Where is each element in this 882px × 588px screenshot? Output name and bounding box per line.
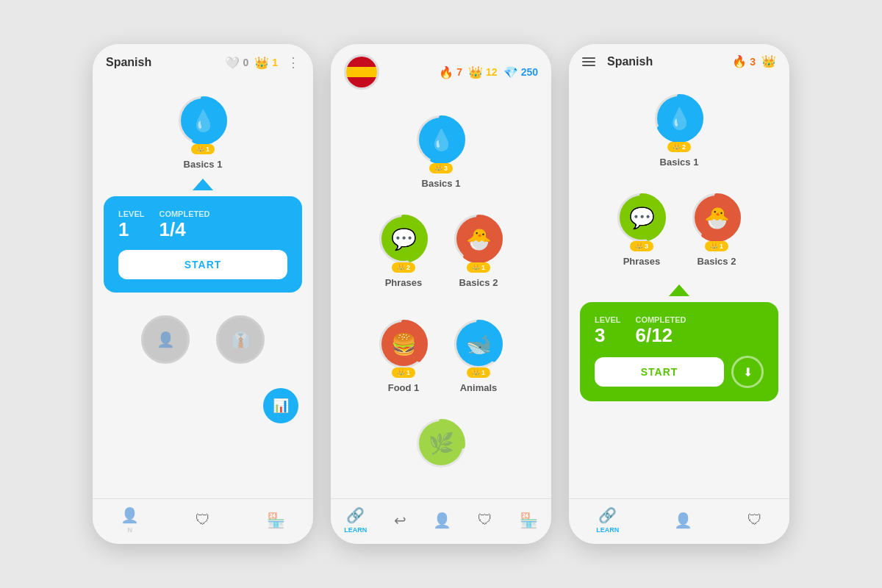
grey-icon-2: 👔 <box>232 331 250 348</box>
p3-basics2-icon: 🐣 <box>704 206 730 230</box>
p2-animals-label: Animals <box>460 382 498 393</box>
p2-food1-icon: 🍔 <box>391 332 417 356</box>
p3-node-basics2[interactable]: 🐣 👑1 Basics 2 <box>690 191 743 267</box>
node-basics1[interactable]: 💧 👑1 Basics 1 <box>176 94 229 170</box>
greyed-nodes-row: 👤 👔 <box>139 304 267 375</box>
nav-shield[interactable]: 🛡 <box>190 512 216 528</box>
basics1-icon: 💧 <box>190 109 216 133</box>
p3-level-value: 3 <box>595 324 620 347</box>
phone2-content: 💧 👑3 Basics 1 <box>331 97 551 498</box>
p2-node-basics2[interactable]: 🐣 👑1 Basics 2 <box>452 212 505 288</box>
phone-2: 🔥 7 👑 12 💎 250 <box>331 44 551 544</box>
p2-shop-icon: 🏪 <box>520 512 538 529</box>
p3-completed-value: 6/12 <box>635 324 686 347</box>
menu-dots[interactable]: ⋮ <box>287 54 300 71</box>
phone2-topbar: 🔥 7 👑 12 💎 250 <box>331 44 551 97</box>
phone1-content: 💧 👑1 Basics 1 Level 1 <box>93 78 313 498</box>
completed-label: Completed <box>159 209 209 218</box>
p3-learn-icon: 🔗 <box>598 506 617 524</box>
p2-nav-shield[interactable]: 🛡 <box>472 512 498 528</box>
popup-card-green: Level 3 Completed 6/12 START ⬇ <box>580 302 778 401</box>
p3-row1: 💬 👑3 Phrases <box>615 182 743 276</box>
p2-phrases-label: Phrases <box>385 277 423 288</box>
nav-shop[interactable]: 🏪 <box>261 512 291 529</box>
phone2-fire: 🔥 7 <box>439 65 462 79</box>
p2-nav-practice[interactable]: ↩ <box>388 512 412 529</box>
crown-icon: 👑 <box>254 56 269 70</box>
p2-nav-shop[interactable]: 🏪 <box>514 512 544 529</box>
level-label: Level <box>118 209 144 218</box>
nav-learn[interactable]: 👤 n <box>115 506 145 534</box>
p2-basics2-label: Basics 2 <box>459 277 498 288</box>
phone3-fire: 🔥 3 <box>732 54 756 68</box>
p2-learn-icon: 🔗 <box>346 506 365 524</box>
p2-shield-icon: 🛡 <box>478 512 492 528</box>
p3-node-basics1[interactable]: 💧 👑2 Basics 1 <box>653 92 706 168</box>
p2-node-phrases[interactable]: 💬 👑2 Phrases <box>377 212 430 288</box>
p3-nav-shield[interactable]: 🛡 <box>742 512 768 528</box>
p3-learn-label: Learn <box>596 526 619 534</box>
grey-icon-1: 👤 <box>157 331 175 348</box>
p2-basics1-icon: 💧 <box>429 128 454 152</box>
p2-nav-learn[interactable]: 🔗 LEARN <box>338 506 373 534</box>
p3-popup-arrow <box>669 284 689 296</box>
p2-nav-profile[interactable]: 👤 <box>427 512 457 529</box>
phone-1: Spanish 🤍 0 👑 1 ⋮ 💧 <box>93 44 313 544</box>
phone3-bottom-nav: 🔗 Learn 👤 🛡 <box>569 498 789 544</box>
bonus-node[interactable]: 📊 <box>263 388 298 423</box>
nav-learn-label: n <box>128 526 133 534</box>
p3-basics1-label: Basics 1 <box>660 157 699 168</box>
p2-phrases-icon: 💬 <box>391 227 417 251</box>
p2-food1-label: Food 1 <box>388 382 420 393</box>
hamburger-menu[interactable] <box>582 57 595 66</box>
p3-node-phrases[interactable]: 💬 👑3 Phrases <box>615 191 668 267</box>
basics1-label: Basics 1 <box>184 159 223 170</box>
p2-node-animals[interactable]: 🐋 👑1 Animals <box>452 318 505 393</box>
p3-start-button[interactable]: START <box>595 357 724 387</box>
p2-learn-label: LEARN <box>344 526 367 534</box>
phone2-gem: 💎 250 <box>503 65 538 79</box>
basics1-crown-badge: 👑1 <box>191 144 215 154</box>
p2-basics1-crown: 👑3 <box>429 163 453 173</box>
p3-download-button[interactable]: ⬇ <box>731 356 764 388</box>
p3-basics2-label: Basics 2 <box>698 256 736 267</box>
flag-spain-design <box>346 57 377 87</box>
p3-completed-label: Completed <box>635 315 686 324</box>
p3-nav-learn[interactable]: 🔗 Learn <box>590 506 625 534</box>
level-value: 1 <box>118 218 144 241</box>
p3-popup-completed: Completed 6/12 <box>635 315 686 347</box>
p2-basics2-crown: 👑1 <box>467 262 490 273</box>
p3-start-row: START ⬇ <box>595 356 764 388</box>
p2-partial-icon: 🌿 <box>429 431 454 456</box>
p2-row2: 🍔 👑1 Food 1 <box>377 309 505 402</box>
phone-3: Spanish 🔥 3 👑 💧 <box>569 44 789 544</box>
p2-node-food1[interactable]: 🍔 👑1 Food 1 <box>377 318 430 393</box>
heart-icon: 🤍 <box>225 56 240 70</box>
p2-row1: 💬 👑2 Phrases <box>377 204 505 297</box>
phone2-bottom-nav: 🔗 LEARN ↩ 👤 🛡 🏪 <box>331 498 551 544</box>
p3-phrases-crown: 👑3 <box>630 241 653 251</box>
p3-crown-icon: 👑 <box>761 54 776 68</box>
bonus-icon: 📊 <box>273 398 289 414</box>
download-icon: ⬇ <box>743 365 753 379</box>
popup-stats: Level 1 Completed 1/4 <box>118 209 287 241</box>
p3-shield-icon: 🛡 <box>747 512 762 528</box>
phone1-topbar: Spanish 🤍 0 👑 1 ⋮ <box>93 44 313 78</box>
phone1-hearts: 🤍 0 <box>225 56 248 70</box>
phone1-title: Spanish <box>106 56 219 69</box>
p2-node-basics1[interactable]: 💧 👑3 Basics 1 <box>415 113 467 189</box>
phone3-title: Spanish <box>607 55 726 68</box>
completed-value: 1/4 <box>159 218 209 241</box>
crown-icon2: 👑 <box>468 65 483 79</box>
fire-icon: 🔥 <box>439 65 453 79</box>
shop-icon: 🏪 <box>267 512 285 529</box>
popup-card-blue: Level 1 Completed 1/4 START <box>104 196 302 293</box>
p2-animals-icon: 🐋 <box>466 332 492 356</box>
shield-icon: 🛡 <box>196 512 210 528</box>
p2-basics1-label: Basics 1 <box>422 178 461 189</box>
p3-nav-profile[interactable]: 👤 <box>668 512 698 529</box>
phone3-topbar: Spanish 🔥 3 👑 <box>569 44 789 76</box>
start-button[interactable]: START <box>118 250 287 279</box>
p2-node-partial: 🌿 <box>415 417 467 470</box>
phone3-content: 💧 👑2 Basics 1 <box>569 76 789 498</box>
